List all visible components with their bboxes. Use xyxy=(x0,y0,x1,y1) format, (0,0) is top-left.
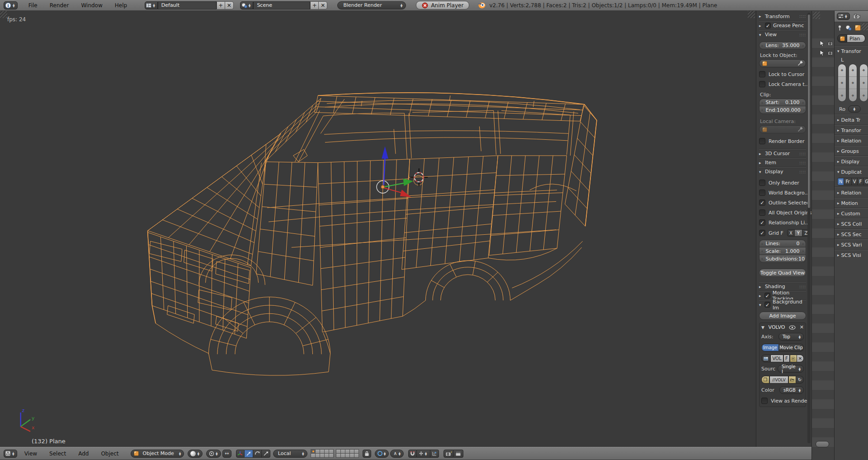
eyedropper-icon[interactable] xyxy=(797,61,803,66)
grid-axis-y-toggle[interactable]: Y xyxy=(795,229,802,237)
world-background-checkbox[interactable] xyxy=(759,190,765,196)
render-border-checkbox[interactable] xyxy=(759,138,765,144)
outliner-row[interactable] xyxy=(812,380,834,390)
layout-browse-button[interactable]: ▲▼ xyxy=(145,1,158,9)
outliner-row[interactable] xyxy=(812,124,834,133)
falloff-dropdown[interactable]: ∧ ▲▼ xyxy=(390,450,404,458)
outliner-row[interactable] xyxy=(812,209,834,219)
panel-grease-pencil[interactable]: ▸ ✓ Grease Penc xyxy=(759,21,806,30)
outliner-row[interactable] xyxy=(812,190,834,200)
outliner-row[interactable] xyxy=(812,352,834,361)
manipulator-axes-toggle[interactable] xyxy=(236,450,245,458)
clip-start-slider[interactable]: ‹Start: 0.100› xyxy=(759,99,806,106)
panel-scs-section[interactable]: ▸SCS Sec xyxy=(835,229,868,239)
lock-camera-checkbox[interactable] xyxy=(759,81,765,87)
outliner-row[interactable] xyxy=(812,67,834,76)
view-as-render-row[interactable]: View as Render xyxy=(761,398,804,404)
editor-type-button-3dview[interactable]: ▲▼ xyxy=(4,450,17,458)
panel-view[interactable]: ▾ View:::: xyxy=(759,30,806,39)
opengl-render-button[interactable] xyxy=(443,450,453,458)
outliner-row[interactable] xyxy=(812,143,834,152)
outliner-row[interactable] xyxy=(812,295,834,304)
outliner-row[interactable] xyxy=(812,133,834,143)
area-corner-widget[interactable] xyxy=(0,11,7,18)
panel-motion-paths[interactable]: ▸Motion xyxy=(835,198,868,208)
pivot-point-dropdown[interactable]: ▲▼ xyxy=(206,450,221,458)
outliner-row[interactable] xyxy=(812,304,834,314)
outliner-row[interactable] xyxy=(812,266,834,276)
layout-name-field[interactable]: Default xyxy=(158,1,217,9)
outliner-row[interactable] xyxy=(812,447,834,456)
orientation-dropdown[interactable]: Local ▲▼ xyxy=(273,450,307,458)
image-browse-button[interactable] xyxy=(761,355,770,362)
open-folder-icon[interactable]: 🗁 xyxy=(788,376,796,384)
layout-add-button[interactable]: + xyxy=(217,1,225,9)
panel-delta-transform[interactable]: ▸Delta Tr xyxy=(835,114,868,125)
dupli-verts-button[interactable]: V xyxy=(852,178,858,185)
panel-transform[interactable]: ▸ Transform:::: xyxy=(759,12,806,21)
toggle-quad-view-button[interactable]: Toggle Quad View xyxy=(759,269,806,277)
outliner-row[interactable] xyxy=(812,371,834,380)
manip-x-axis[interactable] xyxy=(384,188,403,193)
area-corner-widget[interactable] xyxy=(748,11,755,18)
panel-transform-props[interactable]: ▾Transfor xyxy=(835,46,868,56)
strip-scroll-nub[interactable] xyxy=(816,441,829,447)
dupli-frames-button[interactable]: Fr xyxy=(844,178,851,185)
outliner-row[interactable] xyxy=(812,114,834,124)
outliner-row[interactable] xyxy=(812,76,834,86)
outliner-row[interactable] xyxy=(812,390,834,399)
area-corner-widget[interactable] xyxy=(861,23,868,30)
outliner-row[interactable] xyxy=(812,428,834,437)
mode-dropdown[interactable]: Object Mode ▲▼ xyxy=(131,450,184,458)
grid-axis-x-toggle[interactable]: X xyxy=(787,229,795,237)
editor-type-button-info[interactable]: i ▲▼ xyxy=(4,1,18,9)
selectable-toggle-icon[interactable] xyxy=(820,50,825,56)
grid-scale-slider[interactable]: ‹Scale: 1.000› xyxy=(759,247,806,255)
scene-name-field[interactable]: Scene xyxy=(253,1,310,9)
rotation-mode-dropdown[interactable]: ▲▼ xyxy=(848,105,861,113)
local-camera-field[interactable] xyxy=(759,125,806,133)
panel-custom-props[interactable]: ▸Custom xyxy=(835,208,868,218)
manip-y-axis[interactable] xyxy=(384,183,405,187)
panel-duplication[interactable]: ▾Duplicat xyxy=(835,166,868,177)
number-field-column[interactable]: ◆◆◆ xyxy=(838,64,846,102)
grease-pencil-checkbox[interactable]: ✓ xyxy=(765,23,771,28)
panel-display-props[interactable]: ▸Display xyxy=(835,156,868,166)
menu-render[interactable]: Render xyxy=(50,2,69,9)
render-tab-camera-icon[interactable] xyxy=(853,14,860,19)
panel-scs-variants[interactable]: ▸SCS Vari xyxy=(835,239,868,250)
all-object-origins-checkbox[interactable] xyxy=(759,209,765,216)
image-toggle[interactable]: Image xyxy=(761,344,779,351)
viewport-shading-dropdown[interactable]: ▲▼ xyxy=(188,450,203,458)
lock-to-cursor-checkbox[interactable] xyxy=(759,71,765,77)
panel-relations[interactable]: ▸Relation xyxy=(835,135,868,146)
snap-target-button[interactable] xyxy=(430,450,439,458)
editor-type-button-properties[interactable]: ▲▼ xyxy=(837,13,850,20)
bg-image-header[interactable]: ▼ VOLVO ✕ xyxy=(761,324,804,330)
outliner-row[interactable] xyxy=(812,257,834,266)
outliner-row[interactable] xyxy=(812,171,834,181)
object-tab-icon[interactable] xyxy=(855,25,861,31)
npanel-scrollbar[interactable] xyxy=(807,13,811,443)
panel-display[interactable]: ▾ Display:::: xyxy=(759,167,806,176)
outliner-row[interactable] xyxy=(812,333,834,342)
renderable-toggle-icon[interactable] xyxy=(828,41,834,46)
rotate-manipulator-toggle[interactable] xyxy=(253,450,262,458)
dupli-group-button[interactable]: G xyxy=(863,178,868,185)
dupli-faces-button[interactable]: F xyxy=(858,178,863,185)
object-name-field[interactable]: Plan xyxy=(847,34,865,43)
scene-tab-icon[interactable] xyxy=(845,25,852,31)
snap-element-dropdown[interactable]: ▲▼ xyxy=(417,450,430,458)
outliner-row[interactable] xyxy=(812,323,834,333)
panel-item[interactable]: ▸ Item:::: xyxy=(759,158,806,167)
package-icon[interactable]: ❒ xyxy=(761,376,769,384)
panel-background-images[interactable]: ▾ ✓ Background Im xyxy=(759,300,806,309)
lock-to-cursor-row[interactable]: Lock to Cursor xyxy=(759,71,806,77)
outliner-row[interactable] xyxy=(812,95,834,105)
menu-help[interactable]: Help xyxy=(115,2,127,9)
color-space-dropdown[interactable]: sRGB▲▼ xyxy=(779,386,804,394)
add-image-button[interactable]: Add Image xyxy=(759,312,806,320)
layout-delete-button[interactable]: ✕ xyxy=(225,1,234,9)
outliner-row[interactable] xyxy=(812,105,834,114)
manipulate-centers-toggle[interactable]: ↔ xyxy=(222,450,231,458)
